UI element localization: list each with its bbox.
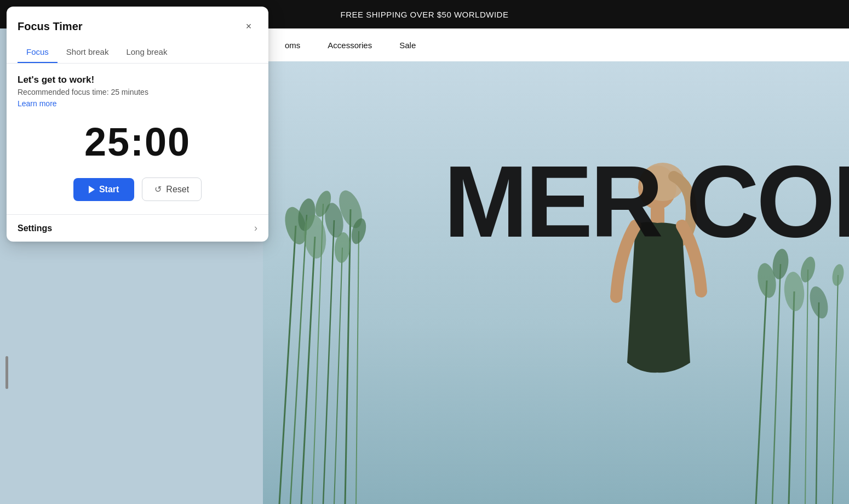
focus-timer-popup: Focus Timer × Focus Short break Long bre… bbox=[7, 7, 268, 242]
tabs-row: Focus Short break Long break bbox=[7, 35, 268, 63]
learn-more-link[interactable]: Learn more bbox=[18, 99, 57, 108]
settings-row[interactable]: Settings › bbox=[7, 214, 268, 242]
popup-header: Focus Timer × bbox=[7, 7, 268, 35]
tab-long-break[interactable]: Long break bbox=[117, 42, 176, 63]
popup-body: Let's get to work! Recommended focus tim… bbox=[7, 64, 268, 214]
svg-text:MER COLL: MER COLL bbox=[444, 145, 849, 258]
timer-seconds: 00 bbox=[145, 120, 191, 164]
nav-item-rooms[interactable]: oms bbox=[285, 41, 300, 50]
buttons-row: Start ↺ Reset bbox=[18, 177, 257, 205]
play-icon bbox=[89, 186, 95, 193]
focus-heading: Let's get to work! bbox=[18, 75, 257, 85]
timer-colon: : bbox=[130, 119, 145, 164]
hero-image: MER COLL bbox=[263, 61, 849, 504]
scrollbar[interactable] bbox=[5, 356, 8, 389]
nav-item-accessories[interactable]: Accessories bbox=[328, 41, 372, 50]
reset-label: Reset bbox=[166, 185, 189, 194]
settings-label: Settings bbox=[18, 224, 52, 233]
nav-bar: oms Accessories Sale bbox=[263, 28, 849, 61]
close-button[interactable]: × bbox=[240, 18, 257, 35]
start-button[interactable]: Start bbox=[73, 178, 134, 201]
hero-svg: MER COLL bbox=[263, 61, 849, 504]
timer-display: 25:00 bbox=[18, 108, 257, 177]
tab-focus[interactable]: Focus bbox=[18, 42, 58, 63]
reset-icon: ↺ bbox=[154, 184, 162, 194]
focus-subtext: Recommended focus time: 25 minutes bbox=[18, 88, 257, 96]
reset-button[interactable]: ↺ Reset bbox=[142, 177, 202, 201]
nav-item-sale[interactable]: Sale bbox=[399, 41, 416, 50]
chevron-right-icon: › bbox=[254, 222, 257, 234]
popup-title: Focus Timer bbox=[18, 20, 83, 33]
start-label: Start bbox=[99, 185, 119, 194]
tab-short-break[interactable]: Short break bbox=[58, 42, 118, 63]
timer-minutes: 25 bbox=[84, 120, 130, 164]
